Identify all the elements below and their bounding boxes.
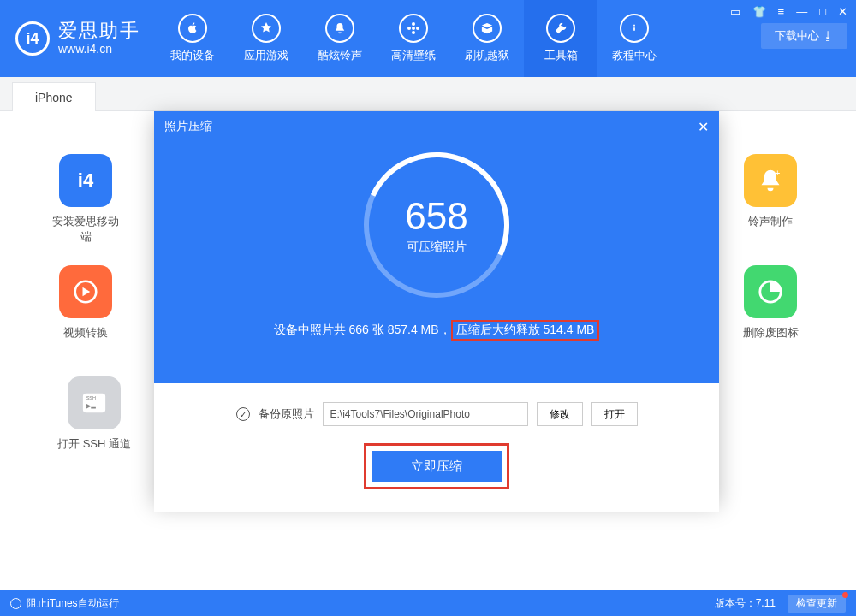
nav-label: 工具箱 <box>544 48 578 63</box>
nav-apps[interactable]: 应用游戏 <box>229 0 303 77</box>
svg-point-4 <box>416 27 419 30</box>
box-icon <box>473 14 502 43</box>
brand-logo-icon: i4 <box>15 21 50 56</box>
bell-icon <box>325 14 354 43</box>
tools-icon <box>546 14 575 43</box>
brand-title: 爱思助手 <box>58 21 140 40</box>
nav-label: 酷炫铃声 <box>318 48 362 63</box>
nav-label: 我的设备 <box>170 48 215 63</box>
nav-label: 高清壁纸 <box>391 48 436 63</box>
svg-text:SSH: SSH <box>86 395 97 400</box>
modify-path-button[interactable]: 修改 <box>537 402 583 426</box>
tile-video-convert[interactable]: 视频转换 <box>51 265 120 341</box>
content-area: i4 安装爱思移动端 视频转换 SSH 打开 SSH 通道 + 铃声制作 删除废… <box>0 111 856 590</box>
svg-point-1 <box>412 22 415 26</box>
titlebar-icons: ▭ 👕 ≡ — □ ✕ <box>730 0 856 18</box>
appstore-icon <box>252 14 281 43</box>
compress-button-highlight: 立即压缩 <box>364 443 509 489</box>
compressible-label: 可压缩照片 <box>407 240 467 255</box>
tab-iphone[interactable]: iPhone <box>12 82 96 111</box>
menu-icon[interactable]: ≡ <box>778 5 785 18</box>
backup-checkbox[interactable]: ✓ <box>236 407 250 421</box>
dialog-close-button[interactable]: ✕ <box>698 119 709 135</box>
svg-point-0 <box>412 27 415 30</box>
check-update-button[interactable]: 检查更新 <box>788 595 846 613</box>
nav-toolbox[interactable]: 工具箱 <box>524 0 597 77</box>
apple-icon <box>178 14 207 43</box>
compressible-count-gauge: 658 可压缩照片 <box>364 152 509 298</box>
itunes-block-toggle-icon[interactable] <box>10 598 21 609</box>
pie-icon <box>744 265 797 318</box>
summary-text: 设备中照片共 666 张 857.4 MB，压缩后大约释放 514.4 MB <box>154 320 719 341</box>
nav-label: 应用游戏 <box>244 48 288 63</box>
nav-wallpaper[interactable]: 高清壁纸 <box>377 0 450 77</box>
nav-my-device[interactable]: 我的设备 <box>156 0 229 77</box>
tile-ssh[interactable]: SSH 打开 SSH 通道 <box>51 376 137 452</box>
shirt-icon[interactable]: 👕 <box>752 5 766 18</box>
device-tabs: iPhone <box>0 77 856 111</box>
bell-plus-icon: + <box>744 154 797 207</box>
status-bar: 阻止iTunes自动运行 版本号：7.11 检查更新 <box>0 590 856 616</box>
close-icon[interactable]: ✕ <box>838 5 847 18</box>
nav-label: 刷机越狱 <box>465 48 509 63</box>
svg-point-3 <box>407 27 411 30</box>
info-icon <box>620 14 649 43</box>
top-nav: 我的设备 应用游戏 酷炫铃声 高清壁纸 刷机越狱 工具箱 <box>156 0 671 77</box>
terminal-icon: SSH <box>68 376 121 429</box>
backup-path-input[interactable] <box>323 402 528 426</box>
play-icon <box>59 265 112 318</box>
flower-icon <box>399 14 428 43</box>
app-header: i4 爱思助手 www.i4.cn 我的设备 应用游戏 酷炫铃声 高清壁纸 <box>0 0 856 77</box>
tile-install-mobile[interactable]: i4 安装爱思移动端 <box>51 154 120 245</box>
compressible-count: 658 <box>405 195 467 238</box>
nav-ringtones[interactable]: 酷炫铃声 <box>303 0 377 77</box>
download-center-button[interactable]: 下载中心 ⭳ <box>761 23 847 49</box>
svg-text:+: + <box>775 169 780 178</box>
photo-compress-dialog: 照片压缩 ✕ 658 可压缩照片 设备中照片共 666 张 857.4 MB，压… <box>154 111 719 501</box>
version-text: 版本号：7.11 <box>715 596 776 611</box>
backup-label: 备份原照片 <box>259 406 314 422</box>
dialog-title: 照片压缩 <box>164 119 212 134</box>
download-icon: ⭳ <box>823 29 834 42</box>
maximize-icon[interactable]: □ <box>819 5 826 18</box>
brand-url: www.i4.cn <box>58 42 140 56</box>
nav-label: 教程中心 <box>612 48 657 63</box>
itunes-block-label[interactable]: 阻止iTunes自动运行 <box>27 596 119 611</box>
compress-now-button[interactable]: 立即压缩 <box>372 451 502 482</box>
tile-remove-junk-icons[interactable]: 删除废图标 <box>736 265 805 341</box>
nav-flash[interactable]: 刷机越狱 <box>450 0 524 77</box>
i4-icon: i4 <box>59 154 112 207</box>
open-path-button[interactable]: 打开 <box>591 402 638 426</box>
nav-tutorials[interactable]: 教程中心 <box>597 0 671 77</box>
chat-icon[interactable]: ▭ <box>730 5 740 18</box>
minimize-icon[interactable]: — <box>796 5 807 18</box>
brand: i4 爱思助手 www.i4.cn <box>0 0 156 77</box>
tile-ringtone-maker[interactable]: + 铃声制作 <box>736 154 805 229</box>
estimated-release-highlight: 压缩后大约释放 514.4 MB <box>451 320 600 341</box>
svg-point-2 <box>412 31 415 34</box>
